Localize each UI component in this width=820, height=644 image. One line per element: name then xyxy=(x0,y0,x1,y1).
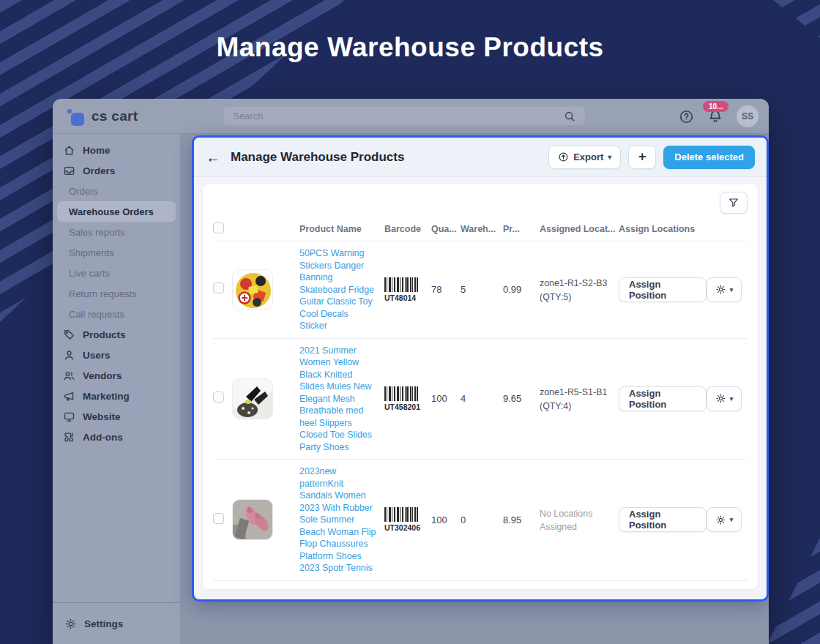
barcode-value: UT302406 xyxy=(384,523,420,532)
corner-stripes-bottom-right xyxy=(767,538,820,644)
quantity-value: 78 xyxy=(431,284,461,295)
settings-gear-icon xyxy=(64,618,77,630)
assigned-location: No Locations Assigned xyxy=(540,509,592,533)
col-header-assign-locations: Assign Locations xyxy=(619,224,707,234)
assign-position-button[interactable]: Assign Position xyxy=(619,507,707,532)
assign-position-button[interactable]: Assign Position xyxy=(619,277,707,302)
orders-icon xyxy=(63,165,75,177)
panel-title: Manage Warehouse Products xyxy=(231,150,404,165)
col-header-quantity[interactable]: Qua... xyxy=(431,224,461,234)
col-header-product-name[interactable]: Product Name xyxy=(299,224,384,234)
back-arrow-icon[interactable]: ← xyxy=(206,150,220,165)
row-actions-gear-button[interactable]: ▾ xyxy=(707,386,742,411)
row-actions-gear-button[interactable]: ▾ xyxy=(707,507,742,532)
warehouse-value: 5 xyxy=(461,284,503,295)
sidebar-item-orders[interactable]: Orders xyxy=(53,160,180,181)
price-value: 0.99 xyxy=(503,284,540,295)
table-header: Product Name Barcode Qua... Wareh... Pr.… xyxy=(213,217,748,242)
product-image[interactable] xyxy=(232,378,273,419)
col-header-warehouse[interactable]: Wareh... xyxy=(461,224,503,234)
cs-cart-logo[interactable]: cs cart xyxy=(67,107,138,126)
product-name-link[interactable]: 50PCS Warning Stickers Danger Banning Sk… xyxy=(299,247,379,332)
row-checkbox[interactable] xyxy=(213,282,224,293)
product-image[interactable] xyxy=(232,499,273,540)
barcode-value: UT458201 xyxy=(384,402,420,411)
products-icon xyxy=(63,329,75,341)
product-name-link[interactable]: 2021 Summer Women Yellow Black Knitted S… xyxy=(299,345,379,454)
barcode-image xyxy=(384,507,418,522)
panel-header: ← Manage Warehouse Products Export ▾ + D… xyxy=(194,138,767,177)
barcode-value: UT48014 xyxy=(384,293,416,302)
sidebar-item-vendors[interactable]: Vendors xyxy=(53,365,180,386)
cs-cart-logo-icon xyxy=(67,107,85,126)
sidebar-item-orders-sub[interactable]: Orders xyxy=(57,181,176,201)
col-header-barcode[interactable]: Barcode xyxy=(384,224,431,234)
logo-text: cs cart xyxy=(92,108,138,124)
product-image[interactable] xyxy=(232,269,273,310)
sidebar-item-home[interactable]: Home xyxy=(53,140,180,160)
addons-icon xyxy=(63,431,75,443)
help-icon[interactable] xyxy=(678,108,694,124)
table-row: 2023new patternKnit Sandals Women 2023 W… xyxy=(213,460,748,581)
col-header-price[interactable]: Pr... xyxy=(503,224,540,234)
filter-button[interactable] xyxy=(720,192,748,214)
row-actions-gear-button[interactable]: ▾ xyxy=(707,277,742,302)
sidebar-item-call-requests[interactable]: Call requests xyxy=(57,304,176,324)
home-icon xyxy=(63,144,75,157)
sidebar-item-website[interactable]: Website xyxy=(53,406,180,427)
sidebar-item-add-ons[interactable]: Add-ons xyxy=(53,427,180,447)
warehouse-value: 4 xyxy=(461,393,503,404)
search-bar[interactable] xyxy=(223,106,586,126)
add-button[interactable]: + xyxy=(628,146,656,169)
price-value: 9.65 xyxy=(503,393,540,404)
gear-icon xyxy=(715,393,726,404)
notifications[interactable]: 10... xyxy=(707,108,723,124)
sidebar-item-warehouse-orders[interactable]: Warehouse Orders xyxy=(57,201,176,222)
quantity-value: 100 xyxy=(431,514,461,525)
assign-position-button[interactable]: Assign Position xyxy=(619,386,707,411)
export-icon xyxy=(558,151,569,162)
chevron-down-icon: ▾ xyxy=(608,153,611,161)
sidebar-item-users[interactable]: Users xyxy=(53,345,180,365)
page-title: Manage Warehouse Products xyxy=(0,32,820,63)
sidebar-item-live-carts[interactable]: Live carts xyxy=(57,263,176,283)
row-checkbox[interactable] xyxy=(213,513,224,524)
vendors-icon xyxy=(63,370,75,382)
chevron-down-icon: ▾ xyxy=(730,286,734,293)
users-icon xyxy=(63,349,75,362)
table-row: 2021 Summer Women Yellow Black Knitted S… xyxy=(213,339,748,460)
sidebar-item-settings[interactable]: Settings xyxy=(53,602,180,644)
export-button[interactable]: Export ▾ xyxy=(548,146,621,169)
sidebar-item-shipments[interactable]: Shipments xyxy=(57,242,176,263)
row-checkbox[interactable] xyxy=(213,392,224,402)
topbar: cs cart 10... xyxy=(53,99,769,134)
assigned-location: zone1-R5-S1-B1 (QTY:4) xyxy=(540,387,607,411)
website-icon xyxy=(63,411,75,423)
warehouse-value: 0 xyxy=(461,514,503,525)
sidebar: Home Orders Orders Warehouse Orders Sale… xyxy=(53,134,181,644)
sidebar-item-marketing[interactable]: Marketing xyxy=(53,386,180,406)
price-value: 8.95 xyxy=(503,514,540,525)
search-input[interactable] xyxy=(231,110,562,122)
sidebar-item-return-requests[interactable]: Return requests xyxy=(57,283,176,304)
notification-badge[interactable]: 10... xyxy=(703,101,728,112)
delete-selected-button[interactable]: Delete selected xyxy=(663,146,755,169)
avatar[interactable]: SS xyxy=(737,105,758,127)
gear-icon xyxy=(715,514,726,525)
marketing-icon xyxy=(63,390,75,402)
search-icon[interactable] xyxy=(562,108,578,124)
product-name-link[interactable]: 2023new patternKnit Sandals Women 2023 W… xyxy=(299,465,379,574)
sidebar-item-sales-reports[interactable]: Sales reports xyxy=(57,222,176,242)
sidebar-item-products[interactable]: Products xyxy=(53,324,180,345)
assigned-location: zone1-R1-S2-B3 (QTY:5) xyxy=(540,278,607,302)
products-table-card: Product Name Barcode Qua... Wareh... Pr.… xyxy=(203,184,758,589)
barcode-image xyxy=(384,277,418,292)
app-window: cs cart 10... xyxy=(53,99,769,644)
gear-icon xyxy=(715,284,726,295)
chevron-down-icon: ▾ xyxy=(730,395,734,402)
barcode-image xyxy=(384,386,418,401)
col-header-assigned-locations[interactable]: Assigned Locat... xyxy=(540,224,619,234)
select-all-checkbox[interactable] xyxy=(213,222,224,233)
quantity-value: 100 xyxy=(431,393,461,404)
table-row: 50PCS Warning Stickers Danger Banning Sk… xyxy=(213,242,748,339)
